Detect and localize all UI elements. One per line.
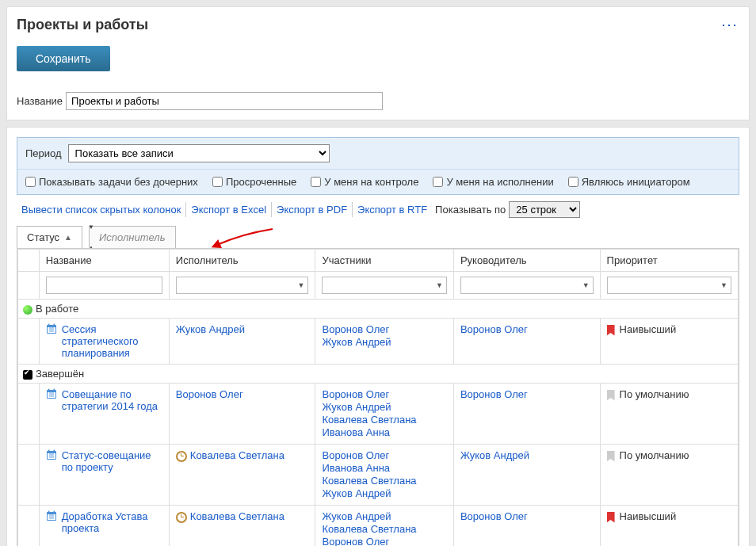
header-card: Проекты и работы ⋮ Сохранить Название (6, 6, 750, 120)
executor-link[interactable]: Жуков Андрей (176, 323, 245, 335)
priority-label: По умолчанию (620, 388, 689, 400)
filter-priority (600, 272, 738, 300)
group-field-placeholder[interactable]: Исполнитель (89, 226, 175, 248)
filter-panel: Период Показать все записи Показывать за… (17, 137, 739, 195)
bookmark-icon (607, 451, 615, 462)
col-name[interactable]: Название (39, 250, 169, 272)
col-priority[interactable]: Приоритет (600, 250, 738, 272)
manager-link[interactable]: Воронов Олег (460, 388, 528, 400)
clock-icon (176, 512, 187, 523)
participant-link[interactable]: Воронов Олег (322, 536, 389, 546)
bookmark-icon (607, 512, 615, 523)
group-row[interactable]: В работе (18, 300, 739, 319)
filter-participants (315, 272, 453, 300)
participant-link[interactable]: Жуков Андрей (322, 336, 391, 348)
group-field-status[interactable]: Статус ▲ (17, 226, 82, 248)
table-row: Статус-совещание по проектуКовалева Свет… (18, 445, 739, 506)
name-input[interactable] (66, 92, 383, 110)
executor-link[interactable]: Ковалева Светлана (190, 449, 284, 461)
manager-link[interactable]: Воронов Олег (460, 323, 528, 335)
table-row: Сессия стратегического планированияЖуков… (18, 319, 739, 365)
task-name-link[interactable]: Статус-совещание по проекту (62, 449, 162, 473)
main-card: Период Показать все записи Показывать за… (6, 127, 750, 546)
participant-link[interactable]: Воронов Олег (322, 323, 389, 335)
chk-overdue[interactable]: Просроченные (212, 176, 296, 188)
grouping-bar: Статус ▲ Исполнитель (17, 226, 739, 248)
participant-link[interactable]: Воронов Олег (322, 388, 389, 400)
bookmark-icon (607, 325, 615, 336)
kebab-menu-icon[interactable]: ⋮ (720, 17, 739, 33)
clock-icon (176, 451, 187, 462)
table-row: Доработка Устава проектаКовалева Светлан… (18, 506, 739, 547)
calendar-icon (46, 323, 57, 334)
col-expand (18, 250, 40, 272)
participant-link[interactable]: Жуков Андрей (322, 401, 391, 413)
executor-link[interactable]: Ковалева Светлана (190, 510, 284, 522)
priority-label: Наивысший (620, 323, 677, 335)
period-select[interactable]: Показать все записи (68, 144, 330, 162)
calendar-icon (46, 510, 57, 521)
group-row[interactable]: Завершён (18, 365, 739, 384)
task-name-link[interactable]: Совещание по стратегии 2014 года (62, 388, 162, 412)
chk-no-children[interactable]: Показывать задачи без дочерних (25, 176, 198, 188)
participant-link[interactable]: Иванова Анна (322, 462, 390, 474)
sort-asc-icon: ▲ (64, 233, 72, 242)
data-table: Название Исполнитель Участники Руководит… (17, 249, 739, 546)
col-participants[interactable]: Участники (315, 250, 453, 272)
task-name-link[interactable]: Доработка Устава проекта (62, 510, 162, 534)
group-status-icon (23, 370, 32, 380)
participant-link[interactable]: Ковалева Светлана (322, 414, 416, 426)
participant-link[interactable]: Ковалева Светлана (322, 475, 416, 487)
participant-link[interactable]: Жуков Андрей (322, 487, 391, 499)
col-manager[interactable]: Руководитель (453, 250, 600, 272)
manager-link[interactable]: Воронов Олег (460, 510, 528, 522)
action-export-rtf[interactable]: Экспорт в RTF (353, 202, 432, 217)
filter-executor (169, 272, 315, 300)
period-label: Период (25, 147, 62, 159)
bookmark-icon (607, 390, 615, 401)
col-executor[interactable]: Исполнитель (169, 250, 315, 272)
action-export-pdf[interactable]: Экспорт в PDF (272, 202, 353, 217)
page-title: Проекты и работы (17, 17, 148, 33)
manager-link[interactable]: Жуков Андрей (460, 449, 529, 461)
filter-expand (18, 272, 40, 300)
action-export-excel[interactable]: Экспорт в Excel (186, 202, 272, 217)
task-name-link[interactable]: Сессия стратегического планирования (62, 323, 162, 359)
filter-name (39, 272, 169, 300)
participant-link[interactable]: Ковалева Светлана (322, 523, 416, 535)
calendar-icon (46, 388, 57, 399)
name-label: Название (17, 95, 63, 107)
data-table-wrap: Название Исполнитель Участники Руководит… (17, 248, 739, 546)
executor-link[interactable]: Воронов Олег (176, 388, 243, 400)
participant-link[interactable]: Воронов Олег (322, 449, 389, 461)
save-button[interactable]: Сохранить (17, 46, 110, 71)
group-status-icon (23, 305, 32, 315)
actions-row: Вывести список скрытых колонок Экспорт в… (17, 201, 739, 218)
page-size-select[interactable]: 25 строк (509, 201, 580, 218)
table-row: Совещание по стратегии 2014 годаВоронов … (18, 384, 739, 445)
chk-control[interactable]: У меня на контроле (311, 176, 418, 188)
chk-assignee[interactable]: У меня на исполнении (433, 176, 553, 188)
calendar-icon (46, 449, 57, 460)
drop-indicator-icon (88, 223, 94, 251)
priority-label: Наивысший (620, 510, 677, 522)
show-per-label: Показывать по (435, 204, 506, 216)
filter-manager (453, 272, 600, 300)
action-show-hidden-columns[interactable]: Вывести список скрытых колонок (17, 202, 186, 217)
participant-link[interactable]: Жуков Андрей (322, 510, 391, 522)
priority-label: По умолчанию (620, 449, 689, 461)
participant-link[interactable]: Иванова Анна (322, 426, 390, 438)
chk-initiator[interactable]: Являюсь инициатором (568, 176, 690, 188)
